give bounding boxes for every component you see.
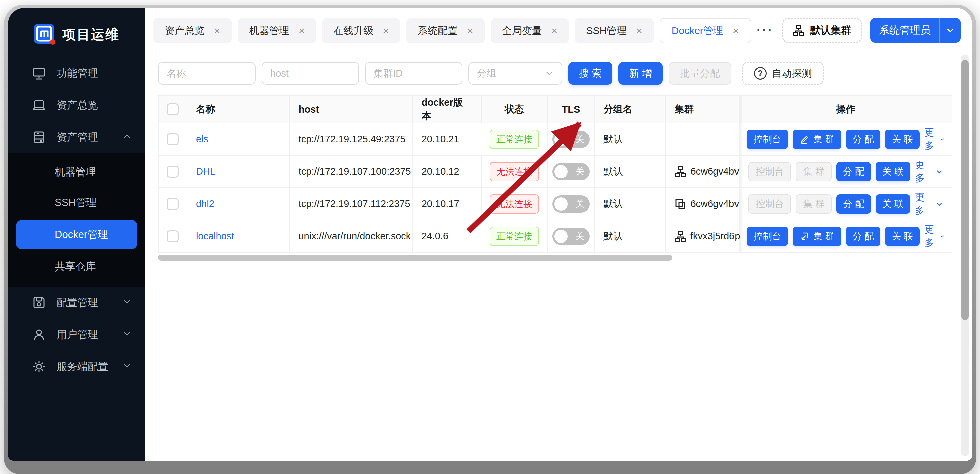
sidebar-item-server-config[interactable]: 服务端配置 <box>8 351 145 383</box>
sidebar-item-function-mgmt[interactable]: 功能管理 <box>8 57 145 89</box>
sidebar: 项目运维 功能管理 资产总览 资产管理 机器管理 SSH管理 Docker管理 … <box>8 8 145 461</box>
assign-button[interactable]: 分 配 <box>846 227 881 246</box>
vertical-scrollbar-thumb[interactable] <box>961 60 969 320</box>
sidebar-item-machine-mgmt[interactable]: 机器管理 <box>8 157 145 187</box>
cluster-button[interactable]: 集 群 <box>792 227 841 246</box>
select-all-checkbox[interactable] <box>167 103 179 115</box>
chevron-down-icon <box>935 168 943 176</box>
console-button[interactable]: 控制台 <box>746 130 788 149</box>
cluster-cell: fkvx3j5rd6ph <box>675 230 745 243</box>
link-button[interactable]: 关 联 <box>885 130 920 149</box>
row-checkbox[interactable] <box>167 230 179 243</box>
assign-button[interactable]: 分 配 <box>836 162 871 181</box>
docker-name-link[interactable]: localhost <box>196 231 234 242</box>
table-row: dhl2 tcp://172.19.107.112:2375 20.10.17 … <box>159 188 952 220</box>
join-cluster-icon <box>799 231 809 241</box>
group-filter-select[interactable]: 分组 <box>468 62 562 85</box>
close-icon[interactable]: × <box>733 25 739 36</box>
more-dropdown[interactable]: 更多 <box>915 159 943 185</box>
link-button[interactable]: 关 联 <box>885 227 920 246</box>
add-button[interactable]: 新 增 <box>619 62 662 85</box>
sidebar-item-docker-mgmt[interactable]: Docker管理 <box>16 220 137 249</box>
tab-label: 资产总览 <box>165 24 205 38</box>
version-cell: 20.10.21 <box>413 123 482 156</box>
user-menu-button[interactable]: 系统管理员 <box>870 18 961 43</box>
auto-detect-button[interactable]: ? 自动探测 <box>742 62 824 85</box>
close-icon[interactable]: × <box>551 25 558 36</box>
more-label: 更多 <box>924 223 937 250</box>
filter-bar: 分组 搜 索 新 增 批量分配 ? 自动探测 <box>158 62 972 85</box>
close-icon[interactable]: × <box>214 25 221 36</box>
search-button[interactable]: 搜 索 <box>568 62 612 85</box>
tls-toggle[interactable]: 关 <box>552 131 590 148</box>
laptop-icon <box>32 98 46 113</box>
tab-system-config[interactable]: 系统配置× <box>406 18 485 43</box>
row-checkbox[interactable] <box>167 133 179 145</box>
tab-asset-overview[interactable]: 资产总览× <box>153 18 232 43</box>
row-checkbox[interactable] <box>167 198 179 210</box>
close-icon[interactable]: × <box>636 25 643 36</box>
host-filter-input[interactable] <box>261 62 359 85</box>
tab-ssh-mgmt[interactable]: SSH管理× <box>575 18 654 43</box>
assign-button[interactable]: 分 配 <box>836 194 871 214</box>
tab-docker-mgmt[interactable]: Docker管理× <box>660 18 751 43</box>
link-button[interactable]: 关 联 <box>876 162 910 181</box>
horizontal-scrollbar-thumb[interactable] <box>158 255 673 261</box>
close-icon[interactable]: × <box>467 25 473 36</box>
tab-online-upgrade[interactable]: 在线升级× <box>322 18 400 43</box>
row-checkbox[interactable] <box>167 166 179 178</box>
group-cell: 默认 <box>595 156 666 188</box>
console-button[interactable]: 控制台 <box>748 162 791 181</box>
sidebar-item-shared-repo[interactable]: 共享仓库 <box>8 251 145 282</box>
tls-toggle[interactable]: 关 <box>552 195 590 212</box>
header-group: 分组名 <box>595 96 666 123</box>
close-icon[interactable]: × <box>299 25 305 36</box>
status-badge: 无法连接 <box>490 194 539 214</box>
cluster-icon <box>792 24 805 36</box>
tab-machine-mgmt[interactable]: 机器管理× <box>238 18 316 43</box>
group-cell: 默认 <box>595 123 666 156</box>
link-button[interactable]: 关 联 <box>876 194 910 214</box>
sidebar-item-ssh-mgmt[interactable]: SSH管理 <box>8 187 145 218</box>
cluster-button-label: 集 群 <box>813 230 835 243</box>
sidebar-item-asset-mgmt[interactable]: 资产管理 <box>8 121 145 153</box>
sidebar-item-user-mgmt[interactable]: 用户管理 <box>8 319 145 351</box>
cluster-button[interactable]: 集 群 <box>795 162 832 181</box>
close-icon[interactable]: × <box>383 25 389 36</box>
group-cell: 默认 <box>595 188 666 220</box>
cluster-id-filter-input[interactable] <box>365 62 462 85</box>
chevron-down-icon <box>545 69 554 78</box>
host-cell: unix:///var/run/docker.sock <box>290 220 413 253</box>
console-button[interactable]: 控制台 <box>748 194 791 214</box>
docker-name-link[interactable]: dhl2 <box>196 198 215 209</box>
console-button[interactable]: 控制台 <box>746 227 788 246</box>
sub-item-label: 共享仓库 <box>55 260 96 274</box>
tls-toggle[interactable]: 关 <box>552 163 590 180</box>
more-dropdown[interactable]: 更多 <box>924 126 945 153</box>
table-row: els tcp://172.19.125.49:2375 20.10.21 正常… <box>159 123 952 156</box>
chevron-down-icon <box>123 296 131 309</box>
gear-icon <box>32 360 46 374</box>
tls-toggle[interactable]: 关 <box>552 228 590 245</box>
name-filter-input[interactable] <box>158 62 256 85</box>
header-docker-version: docker版本 <box>413 96 482 123</box>
cluster-button[interactable]: 集 群 <box>795 194 832 214</box>
batch-assign-button[interactable]: 批量分配 <box>669 62 732 85</box>
default-cluster-button[interactable]: 默认集群 <box>782 18 862 43</box>
docker-name-link[interactable]: DHL <box>196 166 215 177</box>
sidebar-item-asset-overview[interactable]: 资产总览 <box>8 89 145 121</box>
chevron-down-icon <box>935 200 943 208</box>
assign-button[interactable]: 分 配 <box>846 130 881 149</box>
more-dropdown[interactable]: 更多 <box>915 191 943 217</box>
cluster-button[interactable]: 集 群 <box>792 130 841 149</box>
table-row: DHL tcp://172.19.107.100:2375 20.10.12 无… <box>159 156 952 188</box>
tab-overflow-ellipsis[interactable]: ··· <box>757 23 773 37</box>
docker-name-link[interactable]: els <box>196 134 208 145</box>
app-logo: 项目运维 <box>8 23 145 45</box>
tab-label: SSH管理 <box>586 24 627 38</box>
tab-label: 机器管理 <box>249 24 289 38</box>
tab-global-vars[interactable]: 全局变量× <box>491 18 569 43</box>
more-dropdown[interactable]: 更多 <box>924 223 945 250</box>
sidebar-item-config-mgmt[interactable]: 配置管理 <box>8 287 145 319</box>
host-cell: tcp://172.19.107.112:2375 <box>290 188 413 220</box>
